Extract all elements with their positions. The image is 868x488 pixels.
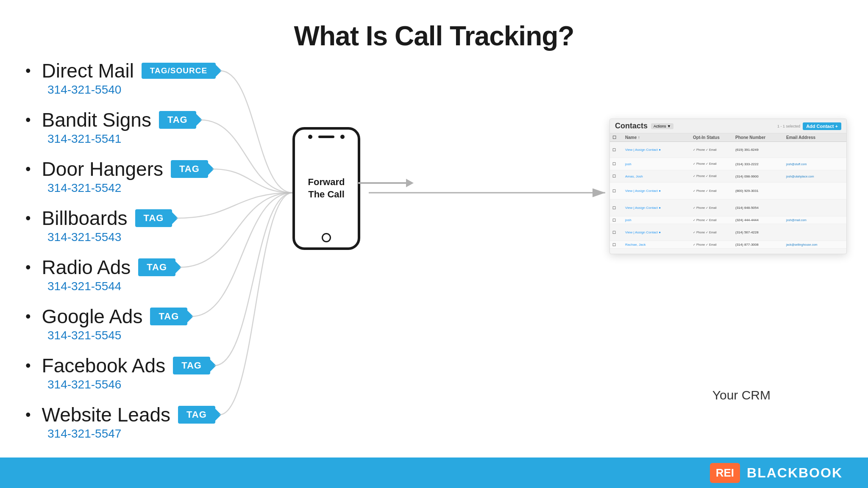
row-checkbox[interactable]: ☐ [612, 189, 625, 193]
list-bullet: • [25, 309, 31, 324]
row-name: View | Assign Contact ● [625, 189, 693, 193]
table-row: ☐View | Assign Contact ●✓ Phone ✓ Email(… [610, 224, 846, 241]
phone-top-bar [308, 135, 345, 139]
crm-col-check: ☐ [612, 135, 625, 140]
row-optin: ✓ Phone ✓ Email [693, 231, 735, 234]
row-phone: (800) 929-3031 [735, 189, 786, 193]
row-phone: (314) 877-3008 [735, 243, 786, 247]
crm-col-optin: Opt-In Status [693, 135, 735, 140]
list-item: •Bandit SignsTAG314-321-5541 [25, 108, 246, 146]
phone-text: Forward The Call [302, 176, 351, 200]
row-checkbox[interactable]: ☐ [612, 230, 625, 235]
table-row: ☐View | Assign Contact ●✓ Phone ✓ Email(… [610, 200, 846, 216]
phone-sensor [340, 135, 345, 139]
crm-col-name: Name ↑ [625, 135, 693, 140]
item-name: Billboards [42, 207, 128, 230]
list-bullet: • [25, 358, 31, 373]
row-name: View | Assign Contact ● [625, 206, 693, 210]
row-optin: ✓ Phone ✓ Email [693, 206, 735, 210]
list-item: •Radio AdsTAG314-321-5544 [25, 256, 246, 293]
item-phone: 314-321-5544 [47, 280, 246, 293]
row-checkbox[interactable]: ☐ [612, 243, 625, 247]
list-bullet: • [25, 211, 31, 226]
crm-actions-btn[interactable]: Actions ▼ [651, 123, 673, 129]
row-name: josh [625, 162, 693, 166]
list-item: •Direct MailTAG/SOURCE314-321-5540 [25, 59, 246, 97]
item-name: Door Hangers [42, 158, 163, 180]
phone-speaker [318, 136, 334, 138]
phone-body: Forward The Call [292, 127, 360, 250]
list-bullet: • [25, 63, 31, 78]
item-name: Facebook Ads [42, 354, 166, 377]
row-email: josh@mail.com [786, 219, 847, 222]
crm-col-email: Email Address [786, 135, 847, 140]
crm-search: 1 - 1 selected [777, 124, 800, 128]
row-name: View | Assign Contact ● [625, 230, 693, 234]
item-name: Bandit Signs [42, 108, 151, 131]
item-phone: 314-321-5546 [47, 378, 246, 391]
item-name: Google Ads [42, 305, 143, 328]
crm-title: Contacts [615, 122, 648, 130]
item-name: Website Leads [42, 403, 170, 426]
list-item: •Facebook AdsTAG314-321-5546 [25, 354, 246, 391]
item-name: Direct Mail [42, 59, 134, 82]
row-phone: (314) 567-4228 [735, 230, 786, 234]
table-row: ☐Seller, Johnny✓ Phone ✓ Email(314) 999-… [610, 249, 846, 254]
list-bullet: • [25, 407, 31, 422]
row-name: View | Assign Contact ● [625, 148, 693, 152]
list-bullet: • [25, 161, 31, 177]
crm-mockup: Contacts Actions ▼ 1 - 1 selected Add Co… [609, 119, 847, 254]
row-checkbox[interactable]: ☐ [612, 206, 625, 210]
table-row: ☐View | Assign Contact ●✓ Phone ✓ Email(… [610, 183, 846, 200]
arrow-head [406, 179, 414, 187]
row-optin: ✓ Phone ✓ Email [693, 219, 735, 222]
row-checkbox[interactable]: ☐ [612, 148, 625, 152]
list-item: •BillboardsTAG314-321-5543 [25, 207, 246, 244]
arrow-line [358, 182, 409, 184]
list-bullet: • [25, 260, 31, 275]
left-panel: •Direct MailTAG/SOURCE314-321-5540•Bandi… [25, 59, 246, 452]
tag-badge: TAG [135, 209, 172, 227]
row-optin: ✓ Phone ✓ Email [693, 148, 735, 152]
row-name: josh [625, 218, 693, 222]
list-item: •Door HangersTAG314-321-5542 [25, 158, 246, 195]
row-checkbox[interactable]: ☐ [612, 162, 625, 166]
row-name: Amas, Josh [625, 175, 693, 178]
rei-logo: REI [710, 463, 740, 483]
row-optin: ✓ Phone ✓ Email [693, 162, 735, 166]
crm-rows: ☐View | Assign Contact ●✓ Phone ✓ Email(… [610, 142, 846, 254]
tag-badge: TAG [150, 308, 187, 325]
tag-badge: TAG [159, 111, 196, 129]
crm-table-header: ☐ Name ↑ Opt-In Status Phone Number Emai… [610, 133, 846, 142]
row-checkbox[interactable]: ☐ [612, 218, 625, 222]
row-phone: (314) 098-9900 [735, 175, 786, 178]
row-optin: ✓ Phone ✓ Email [693, 243, 735, 247]
item-phone: 314-321-5543 [47, 230, 246, 244]
row-email: josh@utahplace.com [786, 175, 847, 178]
crm-col-phone: Phone Number [735, 135, 786, 140]
table-row: ☐Rachae, Jack✓ Phone ✓ Email(314) 877-30… [610, 241, 846, 249]
list-item: •Google AdsTAG314-321-5545 [25, 305, 246, 342]
row-name: Rachae, Jack [625, 243, 693, 247]
item-name: Radio Ads [42, 256, 131, 279]
blackbook-label: BLACKBOOK [747, 465, 843, 481]
phone-home-button [322, 233, 331, 242]
crm-label: Your CRM [712, 388, 771, 402]
phone-camera [308, 135, 312, 139]
crm-header: Contacts Actions ▼ 1 - 1 selected Add Co… [610, 119, 846, 133]
tag-badge: TAG [178, 406, 215, 424]
bottom-bar: REI BLACKBOOK [0, 458, 868, 488]
main-content: What Is Call Tracking? •Direct MailTAG/S… [0, 0, 868, 458]
row-checkbox[interactable]: ☐ [612, 174, 625, 178]
row-email: josh@stuff.com [786, 163, 847, 166]
item-phone: 314-321-5547 [47, 427, 246, 441]
phone-mockup: Forward The Call [288, 127, 364, 258]
item-phone: 314-321-5540 [47, 83, 246, 97]
table-row: ☐View | Assign Contact ●✓ Phone ✓ Email(… [610, 142, 846, 158]
row-phone: (619) 391-6249 [735, 148, 786, 152]
list-bullet: • [25, 112, 31, 128]
tag-badge: TAG [171, 160, 208, 178]
crm-add-contact-btn[interactable]: Add Contact + [803, 122, 841, 130]
tag-badge: TAG [138, 258, 175, 276]
row-optin: ✓ Phone ✓ Email [693, 175, 735, 178]
